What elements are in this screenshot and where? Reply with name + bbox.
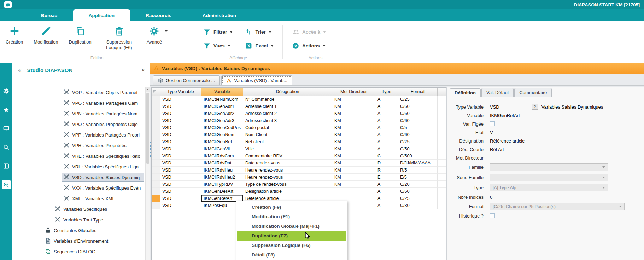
doc-tab[interactable]: Gestion Commerciale ... [153,75,220,85]
tree-item[interactable]: Variables d'Environnement [12,236,145,246]
cell-type-variable[interactable]: VSD [160,174,201,181]
panel-splitter-handle[interactable] [150,141,151,157]
cell-type[interactable]: A [375,181,398,188]
row-gutter-cell[interactable] [152,131,160,138]
menu-tab[interactable]: Raccourcis [130,9,187,21]
row-gutter-cell[interactable] [152,96,160,103]
sous-famille-select[interactable] [490,174,608,181]
cell-type[interactable]: A [375,96,398,103]
grid-corner-cell[interactable] [152,88,160,96]
rail-tool-button[interactable] [2,86,11,96]
rail-tool-button[interactable] [2,124,11,133]
excel-button[interactable]: Excel [245,42,274,50]
cell-format[interactable]: C/20 [398,181,438,188]
detail-tab[interactable]: Val. Défaut [481,88,514,97]
cell-designation[interactable]: N° Commande [243,96,332,103]
cell-type[interactable]: R [375,167,398,174]
cell-variable[interactable]: IKMCliGenAdr3 [201,117,243,124]
context-menu-item[interactable]: Création (F9) [237,202,346,212]
historique-checkbox[interactable] [490,213,495,218]
cell-type[interactable]: A [375,145,398,152]
rail-tool-button[interactable] [2,143,11,152]
cell-variable[interactable]: IKMCliRdvDat [201,160,243,167]
row-gutter-cell[interactable] [152,167,160,174]
cell-format[interactable]: C/5 [398,124,438,131]
cell-format[interactable]: C/25 [398,138,438,145]
tree-item[interactable]: Variables Tout Type [12,214,145,225]
cell-variable[interactable]: IKMCliGenNom [201,131,243,138]
cell-type[interactable]: E [375,174,398,181]
tree-item[interactable]: VPG : Variables Partagées Gam [12,98,145,108]
row-gutter-cell[interactable] [152,124,160,131]
duplication-button[interactable]: Duplication [69,25,92,45]
cell-variable[interactable]: IKMGenDesArt [201,188,243,195]
row-gutter-cell[interactable] [152,160,160,167]
cell-variable[interactable]: IKMCliGenAdr2 [201,110,243,117]
cell-designation[interactable]: Ref client [243,138,332,145]
cell-mot-directeur[interactable]: KM [332,145,375,152]
row-gutter-cell[interactable] [152,195,160,202]
cell-type[interactable]: A [375,195,398,202]
format-select[interactable]: [C/25] Chaîne sur 25 Position(s) [490,203,625,210]
cell-format[interactable]: E/5 [398,174,438,181]
context-menu-item[interactable]: Détail (F8) [237,250,346,260]
row-gutter-cell[interactable] [152,202,160,209]
row-gutter-cell[interactable] [152,188,160,195]
creation-button[interactable]: Création [6,25,23,45]
cell-type-variable[interactable]: VSD [160,117,201,124]
trier-button[interactable]: Trier [245,28,274,36]
column-header-type[interactable]: Type [375,88,398,96]
column-header-designation[interactable]: Désignation [243,88,332,96]
cell-variable[interactable]: IKMCliRdvCom [201,152,243,160]
context-menu-item[interactable]: Modification Globale (Maj+F1) [237,221,346,231]
cell-mot-directeur[interactable]: KM [332,138,375,145]
cell-format[interactable]: C/50 [398,145,438,152]
cell-type[interactable]: A [375,110,398,117]
row-gutter-cell[interactable] [152,103,160,110]
cell-format[interactable]: C/60 [398,188,438,195]
cell-variable[interactable]: IKMCliRdvHeu [201,167,243,174]
filtrer-button[interactable]: Filtrer [203,28,233,36]
rail-tool-button[interactable] [2,180,11,189]
cell-mot-directeur[interactable]: KM [332,131,375,138]
tree-item[interactable]: VPP : Variables Partagées Propri [12,129,145,140]
cell-designation[interactable]: Commentaire RDV [243,152,332,160]
scrollbar-thumb[interactable] [146,93,149,164]
menu-tab[interactable]: Application [73,9,130,21]
type-select[interactable]: [A] Type Alp. [490,184,608,191]
cell-type[interactable]: C [375,152,398,160]
menu-tab[interactable]: Administration [187,9,252,21]
cell-type-variable[interactable]: VSD [160,167,201,174]
cell-mot-directeur[interactable] [332,188,375,195]
tree-scrollbar[interactable]: ▲ [145,87,150,260]
column-header-mot-directeur[interactable]: Mot Directeur [332,88,375,96]
cell-variable[interactable]: IKMCliGenCodPos [201,124,243,131]
cell-type[interactable]: A [375,188,398,195]
cell-type-variable[interactable]: VSD [160,195,201,202]
detail-tab[interactable]: Définition [450,88,481,97]
column-header-format[interactable]: Format [398,88,438,96]
row-gutter-cell[interactable] [152,117,160,124]
cell-type-variable[interactable]: VSD [160,124,201,131]
cell-type[interactable]: A [375,124,398,131]
cell-format[interactable]: R/5 [398,167,438,174]
cell-mot-directeur[interactable]: KM [332,174,375,181]
tree-item[interactable]: Constantes Globales [12,225,145,236]
cell-type[interactable]: A [375,103,398,110]
cell-format[interactable]: C/25 [398,96,438,103]
tree-item[interactable]: Variables Spécifiques [12,204,145,214]
cell-type-variable[interactable]: VSD [160,103,201,110]
cell-format[interactable]: C/25 [398,195,438,202]
row-gutter-cell[interactable] [152,138,160,145]
tree-item[interactable]: VRL : Variables Spécifiques Lign [12,161,145,172]
tree-item[interactable]: XML : Variables XML [12,193,145,204]
tree-item[interactable]: Listes de Valeurs [12,257,145,260]
context-menu-item[interactable]: Duplication (F7) [237,231,346,241]
cell-mot-directeur[interactable]: KM [332,152,375,160]
cell-mot-directeur[interactable]: KM [332,181,375,188]
cell-type[interactable]: D [375,160,398,167]
cell-designation[interactable]: Heure rendez-vous [243,174,332,181]
tree-item[interactable]: VOP : Variables Objets Paramét [12,87,145,98]
cell-type-variable[interactable]: VSD [160,181,201,188]
close-panel-button[interactable]: × [141,67,145,73]
